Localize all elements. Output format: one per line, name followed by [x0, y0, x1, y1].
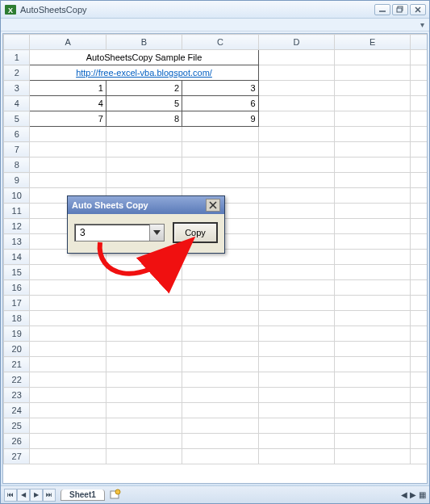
cell[interactable]	[182, 158, 258, 173]
cell[interactable]	[30, 173, 106, 188]
cell[interactable]	[411, 311, 428, 326]
cell[interactable]	[411, 265, 428, 280]
cell[interactable]	[335, 219, 411, 234]
view-normal-icon[interactable]: ▦	[419, 490, 426, 499]
cell[interactable]: 3	[182, 81, 258, 96]
cell[interactable]	[411, 342, 428, 357]
cell[interactable]	[258, 280, 334, 296]
cell[interactable]	[411, 173, 428, 188]
col-header[interactable]: E	[335, 35, 411, 50]
row-header[interactable]: 5	[4, 111, 30, 127]
row-header[interactable]: 11	[4, 204, 30, 219]
cell[interactable]	[30, 311, 106, 326]
cell[interactable]	[411, 142, 428, 158]
hyperlink[interactable]: http://free-excel-vba.blogspot.com/	[76, 68, 212, 78]
cell[interactable]	[30, 388, 106, 403]
row-header[interactable]: 4	[4, 96, 30, 111]
cell[interactable]	[30, 372, 106, 388]
cell[interactable]	[258, 296, 334, 311]
row-header[interactable]: 21	[4, 357, 30, 372]
cell[interactable]	[335, 111, 411, 127]
cell[interactable]: 1	[30, 81, 106, 96]
sheet-tab[interactable]: Sheet1	[61, 489, 105, 501]
cell[interactable]	[335, 127, 411, 142]
cell[interactable]	[335, 204, 411, 219]
cell[interactable]	[258, 127, 334, 142]
cell[interactable]: 2	[106, 81, 182, 96]
cell[interactable]	[182, 173, 258, 188]
cell[interactable]	[106, 342, 182, 357]
cell[interactable]	[411, 50, 428, 65]
cell[interactable]	[411, 449, 428, 464]
cell[interactable]	[106, 434, 182, 449]
cell[interactable]	[335, 234, 411, 250]
cell[interactable]	[411, 250, 428, 265]
cell[interactable]	[335, 142, 411, 158]
row-header[interactable]: 24	[4, 403, 30, 418]
cell[interactable]	[411, 388, 428, 403]
cell[interactable]	[182, 342, 258, 357]
cell[interactable]	[106, 142, 182, 158]
cell-title[interactable]: AutoSheetsCopy Sample File	[30, 50, 258, 65]
cell[interactable]	[106, 296, 182, 311]
cell[interactable]	[258, 418, 334, 434]
cell[interactable]: 6	[182, 96, 258, 111]
cell[interactable]	[335, 418, 411, 434]
spreadsheet-area[interactable]: A B C D E F 1 AutoSheetsCopy Sample File…	[2, 33, 428, 484]
cell[interactable]	[30, 280, 106, 296]
cell[interactable]	[182, 280, 258, 296]
dialog-close-button[interactable]	[206, 199, 220, 212]
cell[interactable]	[335, 265, 411, 280]
chevron-down-icon[interactable]	[149, 225, 164, 241]
cell[interactable]	[335, 81, 411, 96]
row-header[interactable]: 12	[4, 219, 30, 234]
cell[interactable]	[335, 388, 411, 403]
cell[interactable]	[182, 296, 258, 311]
cell[interactable]	[106, 173, 182, 188]
cell[interactable]	[182, 265, 258, 280]
cell[interactable]	[30, 434, 106, 449]
row-header[interactable]: 26	[4, 434, 30, 449]
cell[interactable]	[30, 403, 106, 418]
cell[interactable]	[182, 449, 258, 464]
insert-sheet-icon[interactable]	[110, 489, 121, 502]
cell[interactable]	[335, 372, 411, 388]
cell[interactable]	[258, 188, 334, 204]
cell[interactable]: 8	[106, 111, 182, 127]
cell[interactable]	[258, 81, 334, 96]
cell[interactable]	[411, 280, 428, 296]
cell[interactable]	[182, 418, 258, 434]
cell[interactable]	[335, 357, 411, 372]
cell[interactable]	[182, 311, 258, 326]
cell[interactable]	[182, 142, 258, 158]
cell[interactable]	[30, 265, 106, 280]
cell[interactable]	[258, 173, 334, 188]
cell[interactable]	[258, 326, 334, 342]
cell[interactable]	[411, 111, 428, 127]
cell[interactable]	[258, 434, 334, 449]
col-header[interactable]: F	[411, 35, 428, 50]
row-header[interactable]: 13	[4, 234, 30, 250]
cell[interactable]: 4	[30, 96, 106, 111]
cell[interactable]	[411, 219, 428, 234]
cell[interactable]	[411, 403, 428, 418]
close-button[interactable]	[410, 4, 426, 15]
cell[interactable]	[106, 403, 182, 418]
cell[interactable]	[258, 357, 334, 372]
cell[interactable]	[335, 96, 411, 111]
row-header[interactable]: 22	[4, 372, 30, 388]
cell[interactable]	[411, 81, 428, 96]
cell[interactable]: 9	[182, 111, 258, 127]
row-header[interactable]: 15	[4, 265, 30, 280]
hscroll-right-icon[interactable]: ▶	[410, 490, 416, 499]
cell[interactable]	[258, 65, 334, 81]
cell[interactable]	[411, 127, 428, 142]
row-header[interactable]: 1	[4, 50, 30, 65]
cell[interactable]	[411, 326, 428, 342]
row-header[interactable]: 17	[4, 296, 30, 311]
hscroll-left-icon[interactable]: ◀	[401, 490, 407, 499]
cell[interactable]	[411, 204, 428, 219]
col-header[interactable]: A	[30, 35, 106, 50]
cell[interactable]	[106, 326, 182, 342]
cell[interactable]	[411, 234, 428, 250]
